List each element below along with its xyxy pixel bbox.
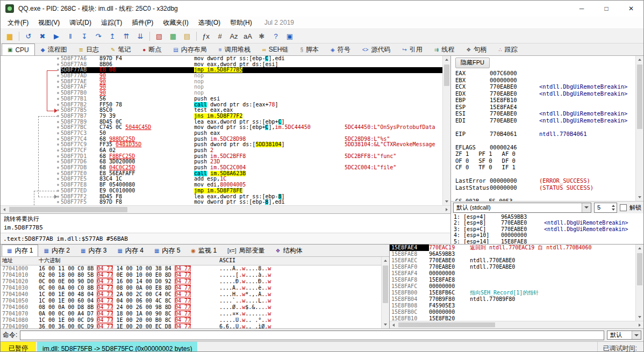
tab-references[interactable]: ↪引用 [396, 44, 428, 55]
maximize-button[interactable]: □ [594, 1, 619, 17]
simd-registers-button[interactable]: ▦ [166, 30, 180, 42]
disasm-row[interactable]: 5D8F77AD90nop [1, 73, 442, 79]
scroll-down-icon[interactable] [445, 200, 448, 203]
scrollbar-thumb[interactable] [444, 64, 449, 86]
run-button[interactable]: ▶ [49, 30, 63, 42]
hash-tool-button[interactable]: # [213, 30, 227, 42]
stack-row[interactable]: 15E8FAF815E8FAE8 [390, 277, 635, 283]
breakpoint-dot[interactable] [57, 201, 59, 203]
tab-graph[interactable]: ◆流程图 [35, 44, 73, 55]
cpu-chip-button[interactable]: ▣ [283, 30, 297, 42]
disasm-row[interactable]: 5D8F77B090nop [1, 90, 442, 96]
register-row[interactable]: EDX770EABE0<ntdll.DbgUiRemoteBreakin> [455, 90, 635, 97]
dump-row[interactable]: 770410200C 00 0E 00 90 D0 04 77 16 00 14… [1, 278, 381, 285]
disasm-row[interactable]: 5D8F77E8BF 05400080mov edi,80004005 [1, 182, 442, 188]
stack-row[interactable]: 15E8FAFC00000000 [390, 283, 635, 290]
tab-source[interactable]: <>源代码 [356, 44, 397, 55]
minimize-button[interactable]: ─ [569, 1, 594, 17]
menu-item[interactable]: 插件(P) [127, 17, 158, 28]
disasm-row[interactable]: 5D8F77B2FF50 78call dword ptr ds:[eax+78… [1, 102, 442, 108]
scroll-down-icon[interactable] [384, 324, 387, 326]
stack-row[interactable]: 15E8FB0C00000000 [390, 309, 635, 315]
stack-row[interactable]: 15E8FAE4770EAC19返回到 ntdll.770EAC19 自 ntd… [390, 245, 635, 251]
register-row[interactable]: OF 0SF 0DF 0 [455, 157, 635, 164]
breakpoint-dot[interactable] [57, 138, 59, 140]
memory-dump-button[interactable]: ▤ [180, 30, 194, 42]
disasm-row[interactable]: 5D8F77C9FF35 0481D35Dpush dword ptr ds:[… [1, 142, 442, 148]
stack-row[interactable]: 15E8FAF400000000 [390, 270, 635, 277]
menu-item[interactable]: 帮助(H) [225, 17, 257, 28]
scroll-right-icon[interactable] [446, 208, 448, 211]
disasm-row[interactable]: 5D8F77A88B06mov eax,dword ptr ds:[esi] [1, 62, 442, 68]
scroll-left-icon[interactable] [3, 208, 5, 211]
tab-trace[interactable]: ∴跟踪 [492, 44, 523, 55]
run-to-user-code-button[interactable]: ⇈ [119, 30, 133, 42]
menu-item[interactable]: 调试(D) [65, 17, 96, 28]
breakpoint-dot[interactable] [57, 63, 59, 66]
breakpoint-dot[interactable] [57, 69, 59, 71]
calling-convention-select[interactable]: 默认 (stdcall) [453, 203, 591, 213]
scrollbar-thumb[interactable] [398, 322, 495, 327]
argument-row[interactable]: 3: [esp+C]770EABE0<ntdll.DbgUiRemoteBrea… [454, 226, 643, 232]
breakpoint-dot[interactable] [57, 126, 59, 128]
tab-handles[interactable]: ❖句柄 [460, 44, 492, 55]
scroll-up-icon[interactable] [384, 260, 387, 262]
tab-dump-3[interactable]: ▦内存 3 [75, 245, 112, 256]
scroll-down-icon[interactable] [638, 316, 641, 318]
disasm-row[interactable]: 5D8F77DB68 04C0C25Dpush im.5DC2C0045DC2C… [1, 165, 442, 171]
dump-row[interactable]: 770410401C 00 1E 00 48 04 04 77 2A 00 2C… [1, 291, 381, 298]
disasm-row[interactable]: 5D8F77ABEB 08jmp im.5D8F77B5 [1, 67, 442, 73]
stop-debuggee-button[interactable]: ✖ [35, 30, 49, 42]
register-row[interactable]: LastStatus00000000(STATUS_SUCCESS) [455, 184, 635, 191]
tab-threads[interactable]: ⇉线程 [428, 44, 460, 55]
command-mode-select[interactable]: 默认 [607, 331, 641, 340]
register-row[interactable]: ESI770EABE0<ntdll.DbgUiRemoteBreakin> [455, 110, 635, 117]
tab-script[interactable]: §脚本 [294, 44, 325, 55]
breakpoint-dot[interactable] [57, 173, 59, 175]
menu-item[interactable]: 追踪(T) [96, 17, 127, 28]
register-row[interactable]: ESP15E8FAE4 [455, 104, 635, 111]
disasm-row[interactable]: 5D8F77C350push eax [1, 131, 442, 137]
register-row[interactable]: EBX00000000 [455, 77, 635, 84]
stack-row[interactable]: 15E8FAE896A59BB3 [390, 251, 635, 257]
disasm-row[interactable]: 5D8F77AE90nop [1, 79, 442, 85]
stack-row[interactable]: 15E8FB1015E8FB20 [390, 315, 635, 321]
argument-row[interactable]: 2: [esp+8]770EABE0<ntdll.DbgUiRemoteBrea… [454, 220, 643, 226]
stack-row[interactable]: 15E8FB04770B9F80ntdll.770B9F80 [390, 296, 635, 303]
scroll-up-icon[interactable] [638, 59, 641, 61]
hide-fpu-button[interactable]: 隐藏FPU [455, 58, 490, 68]
scrollbar-thumb[interactable] [637, 64, 642, 129]
breakpoint-dot[interactable] [57, 155, 59, 157]
breakpoint-dot[interactable] [57, 149, 59, 152]
breakpoint-dot[interactable] [57, 178, 59, 180]
tab-struct[interactable]: ❖结构体 [270, 245, 308, 256]
dump-row[interactable]: 7704106008 00 0A 00 D8 8B 04 77 24 00 26… [1, 304, 381, 311]
settings-button[interactable]: ✱ [255, 30, 269, 42]
breakpoint-dot[interactable] [57, 104, 59, 106]
assembler-button[interactable]: Az [227, 30, 241, 42]
tab-cpu[interactable]: ▣CPU [2, 44, 35, 55]
menu-item[interactable]: 选项(O) [194, 17, 225, 28]
breakpoint-dot[interactable] [57, 143, 59, 146]
dump-row[interactable]: 770410700A 00 0C 00 A4 D7 04 77 18 00 1A… [1, 311, 381, 317]
unlock-checkbox[interactable] [620, 204, 627, 211]
dump-row[interactable]: 770410300C 00 0A 00 C0 8B 04 77 08 00 0A… [1, 285, 381, 291]
disasm-row[interactable]: 5D8F77EDE9 0C010000jmp im.5D8F78FE [1, 188, 442, 194]
disasm-row[interactable]: 5D8F77BCC745 0C 5044C45Dmov dword ptr ss… [1, 125, 442, 131]
disasm-row[interactable]: 5D8F77B156push esi [1, 96, 442, 102]
tab-dump-4[interactable]: ▦内存 4 [112, 245, 148, 256]
tab-watch-1[interactable]: ◉监视 1 [185, 245, 222, 256]
chevron-down-icon[interactable] [582, 203, 591, 212]
tab-dump-5[interactable]: ▦内存 5 [149, 245, 185, 256]
disasm-row[interactable]: 5D8F77B779 39jns im.5D8F77F2 [1, 113, 442, 119]
dump-row[interactable]: 7704101002 00 18 00 80 5B 04 77 0E 00 10… [1, 272, 381, 278]
stack-row[interactable]: 15E8FAEC770EABE0ntdll.770EABE0 [390, 257, 635, 264]
breakpoint-dot[interactable] [57, 161, 59, 163]
dump-row[interactable]: 7704109036 00 36 00 0C D9 04 77 1E 00 20… [1, 324, 381, 328]
disasm-row[interactable]: 5D8F77F5897D F8mov dword ptr ss:[ebp-8],… [1, 199, 442, 205]
restart-button[interactable]: ↺ [22, 30, 35, 42]
disasm-row[interactable]: 5D8F77AF90nop [1, 84, 442, 90]
step-over-button[interactable]: ↷ [91, 30, 105, 42]
breakpoint-dot[interactable] [57, 115, 59, 117]
breakpoint-dot[interactable] [57, 109, 59, 111]
